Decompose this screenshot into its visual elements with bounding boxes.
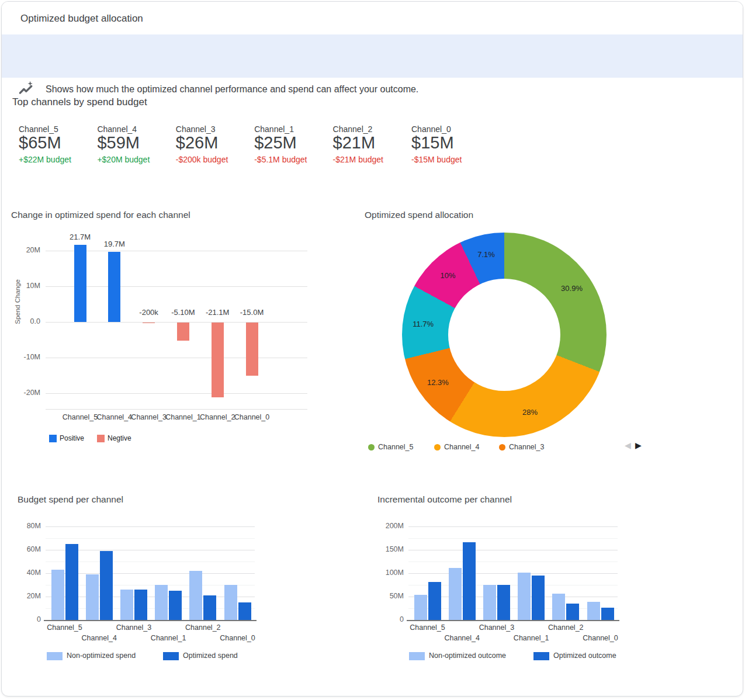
slice-percent-label: 12.3% bbox=[419, 378, 456, 387]
gridline bbox=[46, 358, 307, 358]
bar bbox=[51, 570, 64, 620]
slice-percent-label: 7.1% bbox=[467, 250, 505, 259]
gridline bbox=[408, 526, 618, 527]
dashboard-stage: Optimized budget allocation Shows how mu… bbox=[0, 0, 745, 700]
x-tick-label: Channel_1 bbox=[142, 634, 195, 642]
bar bbox=[552, 594, 565, 620]
y-tick-label: 50M bbox=[379, 592, 404, 600]
legend-label: Positive bbox=[60, 434, 84, 442]
x-tick-label: Channel_5 bbox=[39, 623, 91, 632]
bar bbox=[143, 323, 155, 324]
channel-card-delta: -$5.1M budget bbox=[254, 155, 307, 164]
bar bbox=[238, 602, 251, 620]
legend-swatch bbox=[49, 435, 57, 442]
bar bbox=[587, 602, 600, 620]
x-tick-label: Channel_1 bbox=[505, 634, 557, 642]
legend-label: Channel_3 bbox=[509, 443, 544, 451]
x-axis-line bbox=[407, 620, 619, 621]
bar bbox=[414, 595, 427, 620]
bar bbox=[497, 585, 510, 620]
x-tick-label: Channel_2 bbox=[539, 623, 592, 632]
x-tick-label: Channel_0 bbox=[574, 634, 627, 642]
gridline bbox=[408, 538, 618, 539]
x-tick-label: Channel_4 bbox=[73, 634, 126, 642]
y-tick-label: 0 bbox=[16, 615, 41, 623]
donut-hole bbox=[448, 279, 560, 391]
bar bbox=[463, 542, 476, 620]
info-banner: Shows how much the optimized channel per… bbox=[2, 34, 743, 78]
chart-title: Incremental outcome per channel bbox=[377, 494, 512, 505]
bar bbox=[518, 573, 531, 620]
y-tick-label: 0 bbox=[379, 615, 404, 623]
chart-title: Budget spend per channel bbox=[18, 494, 123, 505]
legend-label: Channel_4 bbox=[444, 443, 479, 451]
bar bbox=[224, 585, 237, 620]
top-channels-heading: Top channels by spend budget bbox=[12, 96, 147, 108]
legend-label: Optimized outcome bbox=[553, 652, 616, 660]
channel-card-delta: +$22M budget bbox=[19, 155, 71, 164]
channel-card-value: $25M bbox=[254, 131, 297, 154]
gridline bbox=[46, 393, 307, 394]
slice-percent-label: 10% bbox=[429, 271, 467, 280]
channel-card-delta: -$15M budget bbox=[411, 155, 462, 164]
legend-dot bbox=[499, 444, 505, 451]
bar bbox=[483, 585, 496, 620]
chart-title: Change in optimized spend for each chann… bbox=[11, 210, 190, 220]
legend-prev-icon[interactable]: ◀ bbox=[625, 441, 631, 450]
x-tick-label: Channel_3 bbox=[470, 623, 523, 632]
y-tick-label: 10M bbox=[2, 282, 40, 290]
legend-swatch bbox=[47, 652, 63, 660]
chart-title: Optimized spend allocation bbox=[365, 210, 473, 220]
legend-label: Optimized spend bbox=[183, 652, 238, 660]
legend-swatch bbox=[163, 652, 179, 660]
bar bbox=[108, 252, 120, 322]
legend-next-icon[interactable]: ▶ bbox=[635, 441, 642, 450]
channel-card-delta: -$200k budget bbox=[176, 155, 228, 164]
bar bbox=[169, 591, 182, 620]
bar bbox=[566, 604, 579, 620]
bar bbox=[86, 574, 99, 620]
slice-percent-label: 28% bbox=[511, 408, 549, 417]
channel-card-value: $21M bbox=[333, 131, 376, 154]
x-tick-label: Channel_3 bbox=[108, 623, 160, 632]
x-axis-line bbox=[46, 409, 307, 410]
y-tick-label: 40M bbox=[16, 569, 41, 577]
bar bbox=[74, 245, 86, 322]
bar-value-label: 19.7M bbox=[91, 240, 138, 248]
bar bbox=[203, 595, 216, 620]
channel-card-delta: -$21M budget bbox=[333, 155, 383, 164]
legend-dot bbox=[434, 444, 441, 451]
x-tick-label: Channel_5 bbox=[401, 623, 454, 632]
bar bbox=[155, 585, 168, 620]
y-tick-label: 20M bbox=[16, 592, 41, 600]
dashboard-card: Optimized budget allocation Shows how mu… bbox=[1, 1, 743, 696]
channel-card-delta: +$20M budget bbox=[97, 155, 150, 164]
legend-label: Non-optimized spend bbox=[67, 652, 136, 660]
bar bbox=[100, 551, 113, 620]
channel-card-value: $65M bbox=[19, 131, 61, 154]
y-tick-label: 100M bbox=[379, 569, 404, 577]
y-tick-label: 80M bbox=[16, 522, 41, 530]
gridline bbox=[408, 562, 618, 562]
banner-text: Shows how much the optimized channel per… bbox=[46, 84, 418, 95]
y-tick-label: 0.0 bbox=[2, 317, 40, 325]
x-tick-label: Channel_0 bbox=[230, 413, 273, 421]
gridline bbox=[408, 550, 618, 550]
y-tick-label: 150M bbox=[379, 545, 404, 553]
bar bbox=[532, 576, 545, 620]
insights-icon bbox=[18, 79, 35, 97]
legend-swatch bbox=[97, 435, 105, 442]
x-tick-label: Channel_0 bbox=[212, 634, 264, 642]
legend-label: Channel_5 bbox=[378, 443, 413, 451]
x-axis-line bbox=[44, 620, 257, 621]
bar bbox=[428, 582, 441, 620]
gridline bbox=[408, 573, 618, 574]
bar bbox=[601, 608, 614, 620]
y-tick-label: -10M bbox=[2, 353, 40, 361]
channel-card-value: $59M bbox=[97, 131, 140, 154]
x-tick-label: Channel_2 bbox=[176, 623, 229, 632]
legend-dot bbox=[368, 444, 375, 451]
gridline bbox=[46, 538, 255, 539]
y-tick-label: 60M bbox=[16, 545, 41, 553]
bar bbox=[449, 568, 462, 620]
